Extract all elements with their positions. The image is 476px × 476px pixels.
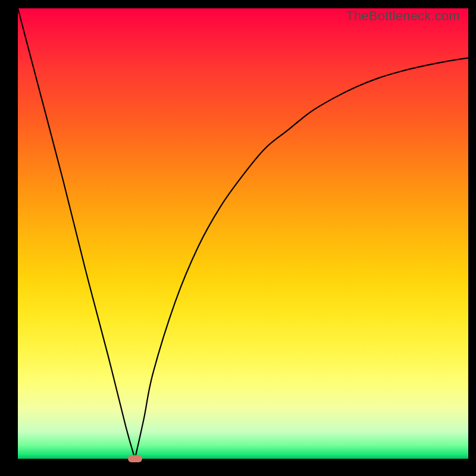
minimum-marker xyxy=(128,455,142,462)
curve-path xyxy=(18,8,468,459)
plot-area: TheBottleneck.com xyxy=(18,8,468,459)
chart-frame: TheBottleneck.com xyxy=(0,0,476,476)
bottleneck-curve xyxy=(18,8,468,459)
